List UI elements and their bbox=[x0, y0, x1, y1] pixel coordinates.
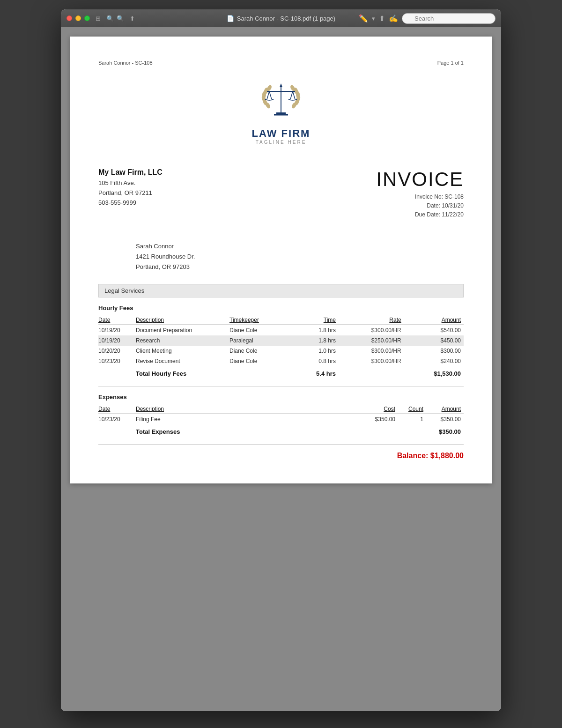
invoice-number-line: Invoice No: SC-108 bbox=[376, 193, 464, 201]
col-rate: Rate bbox=[339, 315, 404, 325]
total-label: Total Hourly Fees bbox=[136, 366, 229, 379]
firm-phone: 503-555-9999 bbox=[98, 198, 163, 208]
billing-section: My Law Firm, LLC 105 Fifth Ave. Portland… bbox=[98, 168, 464, 220]
firm-name: My Law Firm, LLC bbox=[98, 168, 163, 177]
hourly-timekeeper: Paralegal bbox=[229, 335, 294, 346]
share-icon[interactable]: ⬆ bbox=[130, 15, 135, 22]
hourly-fees-section: Hourly Fees Date Description Timekeeper … bbox=[98, 305, 464, 379]
col-description: Description bbox=[136, 315, 229, 325]
expenses-section: Expenses Date Description Cost Count Amo… bbox=[98, 394, 464, 437]
svg-line-16 bbox=[269, 91, 272, 99]
client-address2: Portland, OR 97203 bbox=[136, 262, 464, 272]
services-section-header: Legal Services bbox=[98, 284, 464, 297]
hourly-table-row: 10/19/20 Research Paralegal 1.8 hrs $250… bbox=[98, 335, 464, 346]
divider-2 bbox=[98, 386, 464, 386]
hourly-rate: $300.00/HR bbox=[339, 346, 404, 356]
hourly-description: Revise Document bbox=[136, 356, 229, 366]
exp-col-cost: Cost bbox=[311, 404, 398, 414]
total-rate bbox=[339, 366, 404, 379]
total-timekeeper bbox=[229, 366, 294, 379]
law-scales-icon bbox=[258, 80, 304, 122]
hourly-rate: $250.00/HR bbox=[339, 335, 404, 346]
invoice-date-line: Date: 10/31/20 bbox=[376, 201, 464, 210]
search-wrapper: 🔍 bbox=[402, 13, 495, 24]
hourly-date: 10/19/20 bbox=[98, 335, 136, 346]
client-section: Sarah Connor 1421 Roundhouse Dr. Portlan… bbox=[136, 241, 464, 272]
chevron-down-icon[interactable]: ▾ bbox=[372, 15, 375, 22]
divider-1 bbox=[98, 234, 464, 234]
total-time: 5.4 hrs bbox=[294, 366, 339, 379]
hourly-rate: $300.00/HR bbox=[339, 356, 404, 366]
exp-total-empty bbox=[98, 424, 136, 437]
minimize-button[interactable] bbox=[75, 15, 81, 21]
hourly-date: 10/23/20 bbox=[98, 356, 136, 366]
col-timekeeper: Timekeeper bbox=[229, 315, 294, 325]
invoice-due-label: Due Date: bbox=[415, 211, 440, 218]
markup-icon[interactable]: ✍ bbox=[389, 14, 398, 23]
total-label-cell bbox=[98, 366, 136, 379]
exp-total-label: Total Expenses bbox=[136, 424, 311, 437]
firm-logo-name: LAW FIRM bbox=[98, 127, 464, 140]
zoom-out-icon[interactable]: 🔍 bbox=[106, 15, 114, 22]
hourly-description: Document Preparation bbox=[136, 325, 229, 335]
pdf-content-area: Sarah Connor - SC-108 Page 1 of 1 bbox=[61, 27, 501, 711]
pdf-page: Sarah Connor - SC-108 Page 1 of 1 bbox=[70, 37, 492, 483]
hourly-description: Research bbox=[136, 335, 229, 346]
hourly-fees-table: Date Description Timekeeper Time Rate Am… bbox=[98, 315, 464, 379]
exp-col-date: Date bbox=[98, 404, 136, 414]
firm-info: My Law Firm, LLC 105 Fifth Ave. Portland… bbox=[98, 168, 163, 208]
zoom-in-icon[interactable]: 🔍 bbox=[117, 15, 124, 22]
page-header-left: Sarah Connor - SC-108 bbox=[98, 60, 153, 66]
mac-window: ⊞ 🔍 🔍 ⬆ 📄 Sarah Connor - SC-108.pdf (1 p… bbox=[61, 9, 501, 711]
search-input[interactable] bbox=[402, 13, 495, 24]
balance-label: Balance: bbox=[397, 452, 429, 460]
hourly-fees-title: Hourly Fees bbox=[98, 305, 464, 312]
hourly-date: 10/19/20 bbox=[98, 325, 136, 335]
hourly-table-row: 10/19/20 Document Preparation Diane Cole… bbox=[98, 325, 464, 335]
svg-rect-19 bbox=[276, 112, 286, 114]
hourly-time: 1.8 hrs bbox=[294, 325, 339, 335]
invoice-header: INVOICE Invoice No: SC-108 Date: 10/31/2… bbox=[376, 168, 464, 220]
close-button[interactable] bbox=[67, 15, 72, 21]
invoice-due-line: Due Date: 11/22/20 bbox=[376, 210, 464, 219]
balance-amount: $1,880.00 bbox=[430, 452, 464, 460]
hourly-description: Client Meeting bbox=[136, 346, 229, 356]
hourly-amount: $450.00 bbox=[404, 335, 464, 346]
client-name: Sarah Connor bbox=[136, 241, 464, 252]
hourly-time: 0.8 hrs bbox=[294, 356, 339, 366]
page-header-right: Page 1 of 1 bbox=[437, 60, 464, 66]
total-amount: $1,530.00 bbox=[404, 366, 464, 379]
expenses-header-row: Date Description Cost Count Amount bbox=[98, 404, 464, 414]
hourly-timekeeper: Diane Cole bbox=[229, 325, 294, 335]
title-bar: ⊞ 🔍 🔍 ⬆ 📄 Sarah Connor - SC-108.pdf (1 p… bbox=[61, 9, 501, 27]
exp-count: 1 bbox=[398, 414, 426, 424]
hourly-time: 1.8 hrs bbox=[294, 335, 339, 346]
traffic-lights bbox=[67, 15, 90, 21]
sidebar-toggle-icon[interactable]: ⊞ bbox=[96, 15, 101, 22]
exp-col-description: Description bbox=[136, 404, 311, 414]
edit-icon[interactable]: ✏️ bbox=[359, 14, 368, 23]
window-title-area: 📄 Sarah Connor - SC-108.pdf (1 page) bbox=[227, 15, 335, 22]
hourly-total-row: Total Hourly Fees 5.4 hrs $1,530.00 bbox=[98, 366, 464, 379]
exp-col-count: Count bbox=[398, 404, 426, 414]
firm-address2: Portland, OR 97211 bbox=[98, 188, 163, 198]
invoice-title: INVOICE bbox=[376, 168, 464, 191]
share-action-icon[interactable]: ⬆ bbox=[379, 14, 385, 23]
firm-logo-tagline: TAGLINE HERE bbox=[98, 140, 464, 145]
zoom-button[interactable] bbox=[84, 15, 90, 21]
exp-cost: $350.00 bbox=[311, 414, 398, 424]
hourly-time: 1.0 hrs bbox=[294, 346, 339, 356]
hourly-table-header-row: Date Description Timekeeper Time Rate Am… bbox=[98, 315, 464, 325]
firm-address1: 105 Fifth Ave. bbox=[98, 178, 163, 188]
hourly-rate: $300.00/HR bbox=[339, 325, 404, 335]
exp-amount: $350.00 bbox=[426, 414, 464, 424]
invoice-number-label: Invoice No: bbox=[415, 193, 443, 200]
svg-line-17 bbox=[290, 91, 293, 99]
exp-description: Filing Fee bbox=[136, 414, 311, 424]
exp-date: 10/23/20 bbox=[98, 414, 136, 424]
expenses-table: Date Description Cost Count Amount 10/23… bbox=[98, 404, 464, 437]
exp-total-cost bbox=[311, 424, 398, 437]
col-date: Date bbox=[98, 315, 136, 325]
toolbar-left-controls: ⊞ 🔍 🔍 ⬆ bbox=[96, 15, 135, 22]
hourly-date: 10/20/20 bbox=[98, 346, 136, 356]
